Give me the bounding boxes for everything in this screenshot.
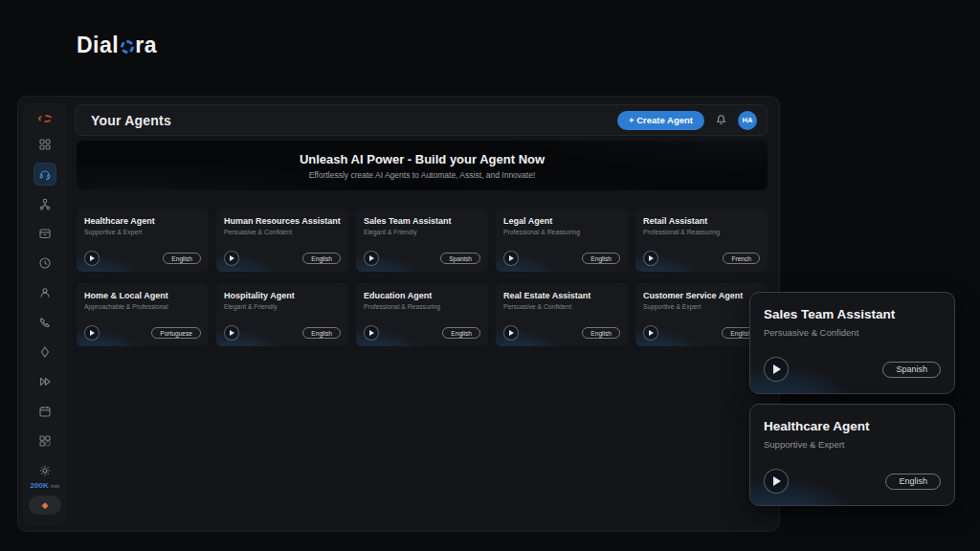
agent-name: Human Resources Assistant: [224, 216, 341, 226]
calendar-icon: [38, 405, 52, 418]
sidebar-item-rewards[interactable]: [34, 342, 56, 363]
inbox-icon: [38, 227, 52, 240]
language-badge: Spanish: [440, 253, 480, 264]
agent-card[interactable]: Real Estate Assistant Persuasive & Confi…: [496, 283, 628, 346]
play-icon: [649, 255, 654, 261]
sidebar-item-calendar[interactable]: [34, 401, 56, 422]
agent-tone: Professional & Reassuring: [364, 303, 480, 310]
page: Dial ra 200Kmin ◆ Your Agents + Create A…: [0, 0, 980, 551]
agent-preview-card[interactable]: Healthcare Agent Supportive & Expert Eng…: [749, 404, 955, 506]
play-button[interactable]: [764, 469, 789, 494]
notifications-bell-icon[interactable]: [715, 112, 727, 129]
agent-card-footer: English: [503, 325, 620, 341]
play-button[interactable]: [643, 325, 658, 341]
agent-card[interactable]: Human Resources Assistant Persuasive & C…: [216, 209, 348, 272]
content-header: Your Agents + Create Agent HA: [75, 104, 768, 136]
language-badge: English: [163, 253, 201, 264]
agents-icon: [38, 167, 52, 181]
agent-name: Healthcare Agent: [764, 419, 941, 433]
sidebar-item-dashboard[interactable]: [34, 134, 56, 155]
play-button[interactable]: [84, 251, 100, 266]
user-avatar[interactable]: HA: [738, 111, 757, 130]
sidebar-item-agents[interactable]: [34, 164, 56, 185]
agent-card[interactable]: Retail Assistant Professional & Reassuri…: [635, 209, 768, 272]
upgrade-button[interactable]: ◆: [29, 496, 61, 515]
team-icon: [38, 197, 52, 210]
promo-banner: Unleash AI Power - Build your Agent Now …: [77, 141, 768, 190]
sidebar-footer: 200Kmin ◆: [29, 481, 61, 526]
agent-name: Healthcare Agent: [84, 216, 201, 226]
agent-card[interactable]: Healthcare Agent Supportive & Expert Eng…: [77, 209, 209, 272]
agent-card[interactable]: Hospitality Agent Elegant & Friendly Eng…: [216, 283, 348, 346]
agent-card[interactable]: Education Agent Professional & Reassurin…: [356, 283, 488, 346]
agent-card-footer: English: [364, 325, 480, 341]
language-badge: English: [582, 253, 620, 264]
preview-card-footer: Spanish: [764, 357, 941, 382]
preview-card-footer: English: [764, 469, 941, 494]
create-agent-button[interactable]: + Create Agent: [617, 111, 704, 130]
minutes-unit: min: [51, 483, 60, 489]
agent-card-footer: French: [643, 251, 760, 266]
sidebar-nav: [34, 134, 56, 481]
contacts-icon: [38, 286, 52, 299]
agent-name: Legal Agent: [503, 216, 620, 226]
sidebar-item-history[interactable]: [34, 253, 56, 274]
play-button[interactable]: [364, 325, 379, 341]
sidebar-item-calls[interactable]: [34, 312, 56, 333]
sidebar-item-settings[interactable]: [34, 460, 56, 481]
sidebar-item-inbox[interactable]: [34, 223, 56, 244]
banner-title: Unleash AI Power - Build your Agent Now: [300, 152, 545, 166]
calls-icon: [38, 316, 52, 329]
agent-preview-card[interactable]: Sales Team Assistant Persuasive & Confid…: [749, 292, 955, 394]
play-icon: [773, 364, 781, 374]
page-title: Your Agents: [91, 113, 171, 128]
agents-grid: Healthcare Agent Supportive & Expert Eng…: [77, 209, 768, 346]
language-badge: English: [582, 327, 620, 339]
play-icon: [230, 330, 234, 336]
app-logo: Dial ra: [77, 33, 157, 58]
minutes-remaining: 200Kmin: [31, 481, 60, 490]
agent-name: Real Estate Assistant: [503, 291, 620, 300]
sidebar-item-team[interactable]: [34, 193, 56, 214]
history-icon: [38, 256, 52, 270]
language-badge: English: [442, 327, 480, 339]
app-logo-text-suffix: ra: [135, 33, 157, 58]
agent-card-footer: English: [643, 325, 760, 341]
sidebar-item-campaigns[interactable]: [34, 371, 56, 392]
play-button[interactable]: [503, 325, 519, 341]
agent-tone: Approachable & Professional: [84, 303, 201, 310]
header-actions: + Create Agent HA: [617, 111, 757, 130]
play-button[interactable]: [364, 251, 379, 266]
agent-card-footer: English: [224, 325, 341, 341]
agent-tone: Supportive & Expert: [643, 303, 760, 310]
sidebar-item-apps[interactable]: [34, 430, 56, 452]
language-badge: Portuguese: [151, 327, 201, 339]
play-icon: [649, 330, 654, 336]
agent-name: Sales Team Assistant: [764, 307, 941, 321]
agent-card[interactable]: Customer Service Agent Supportive & Expe…: [635, 283, 768, 346]
rewards-icon: [38, 345, 52, 359]
agent-card[interactable]: Home & Local Agent Approachable & Profes…: [77, 283, 209, 346]
play-button[interactable]: [224, 325, 239, 341]
agent-card-footer: English: [84, 251, 201, 266]
play-icon: [773, 476, 781, 486]
agent-tone: Professional & Reassuring: [503, 229, 620, 235]
gem-icon: ◆: [42, 501, 49, 510]
play-icon: [90, 255, 95, 261]
play-button[interactable]: [764, 357, 789, 382]
play-button[interactable]: [84, 325, 100, 341]
agent-card-footer: English: [224, 251, 341, 266]
language-badge: French: [723, 253, 760, 264]
sidebar-item-contacts[interactable]: [34, 282, 56, 303]
play-button[interactable]: [224, 251, 239, 266]
logo-ring-icon: [121, 40, 134, 54]
language-badge: English: [302, 327, 341, 339]
agent-tone: Supportive & Expert: [84, 229, 201, 235]
agent-card[interactable]: Legal Agent Professional & Reassuring En…: [496, 209, 628, 272]
play-icon: [90, 330, 95, 336]
play-button[interactable]: [643, 251, 658, 266]
play-button[interactable]: [503, 251, 519, 266]
language-badge: English: [302, 253, 341, 264]
agent-card-footer: English: [503, 251, 620, 266]
agent-card[interactable]: Sales Team Assistant Elegant & Friendly …: [356, 209, 488, 272]
